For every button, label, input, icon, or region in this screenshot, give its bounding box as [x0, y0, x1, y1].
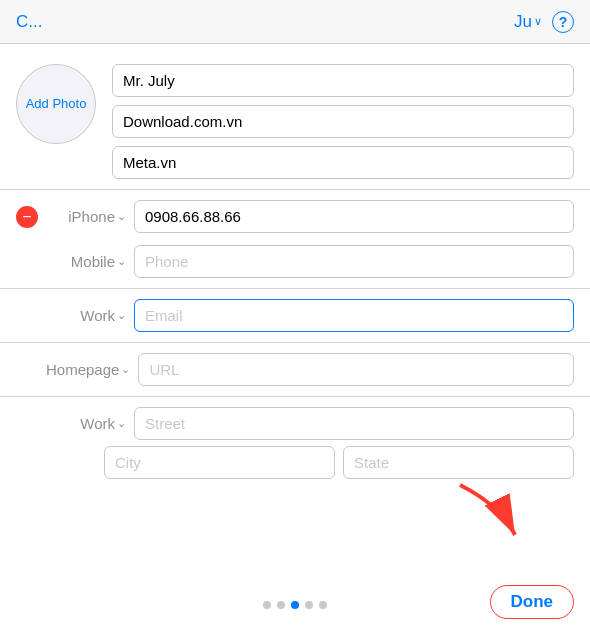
homepage-section: Homepage ⌄: [0, 343, 590, 397]
back-button[interactable]: C...: [16, 12, 42, 32]
city-state-row: [0, 446, 590, 485]
iphone-input[interactable]: [134, 200, 574, 233]
state-input[interactable]: [343, 446, 574, 479]
email-section: Work ⌄: [0, 289, 590, 343]
phone-section: − iPhone ⌄ Mobile ⌄: [0, 190, 590, 289]
add-photo-button[interactable]: Add Photo: [16, 64, 96, 144]
iphone-label-text: iPhone: [68, 208, 115, 225]
mobile-label-text: Mobile: [71, 253, 115, 270]
mobile-label[interactable]: Mobile ⌄: [46, 253, 126, 270]
department-field[interactable]: [112, 146, 574, 179]
user-menu[interactable]: Ju ∨: [514, 12, 542, 32]
pagination-dots: [263, 601, 327, 609]
address-section: Work ⌄: [0, 397, 590, 495]
dot-5: [319, 601, 327, 609]
address-row: Work ⌄: [0, 401, 590, 446]
iphone-chevron-icon: ⌄: [117, 210, 126, 223]
nav-bar: C... Ju ∨ ?: [0, 0, 590, 44]
homepage-label[interactable]: Homepage ⌄: [46, 361, 130, 378]
dot-3: [291, 601, 299, 609]
work-email-row: Work ⌄: [0, 293, 590, 338]
chevron-down-icon: ∨: [534, 15, 542, 28]
user-label: Ju: [514, 12, 532, 32]
work-email-label[interactable]: Work ⌄: [46, 307, 126, 324]
work-email-chevron-icon: ⌄: [117, 309, 126, 322]
work-email-input[interactable]: [134, 299, 574, 332]
address-inputs: [134, 407, 574, 440]
street-input[interactable]: [134, 407, 574, 440]
done-button[interactable]: Done: [490, 585, 575, 619]
homepage-chevron-icon: ⌄: [121, 363, 130, 376]
city-input[interactable]: [104, 446, 335, 479]
homepage-label-text: Homepage: [46, 361, 119, 378]
iphone-row: − iPhone ⌄: [0, 194, 590, 239]
mobile-input[interactable]: [134, 245, 574, 278]
work-email-label-text: Work: [80, 307, 115, 324]
dot-1: [263, 601, 271, 609]
homepage-input[interactable]: [138, 353, 574, 386]
address-label[interactable]: Work ⌄: [46, 415, 126, 432]
top-section: Add Photo: [0, 44, 590, 190]
mobile-row: Mobile ⌄: [0, 239, 590, 284]
company-field[interactable]: [112, 105, 574, 138]
name-fields: [112, 64, 574, 179]
mobile-chevron-icon: ⌄: [117, 255, 126, 268]
main-content: Add Photo − iPhone ⌄ Mobile ⌄: [0, 44, 590, 639]
remove-iphone-button[interactable]: −: [16, 206, 38, 228]
help-button[interactable]: ?: [552, 11, 574, 33]
address-chevron-icon: ⌄: [117, 417, 126, 430]
dot-2: [277, 601, 285, 609]
homepage-row: Homepage ⌄: [0, 347, 590, 392]
address-label-text: Work: [80, 415, 115, 432]
full-name-field[interactable]: [112, 64, 574, 97]
dot-4: [305, 601, 313, 609]
nav-right: Ju ∨ ?: [514, 11, 574, 33]
iphone-label[interactable]: iPhone ⌄: [46, 208, 126, 225]
